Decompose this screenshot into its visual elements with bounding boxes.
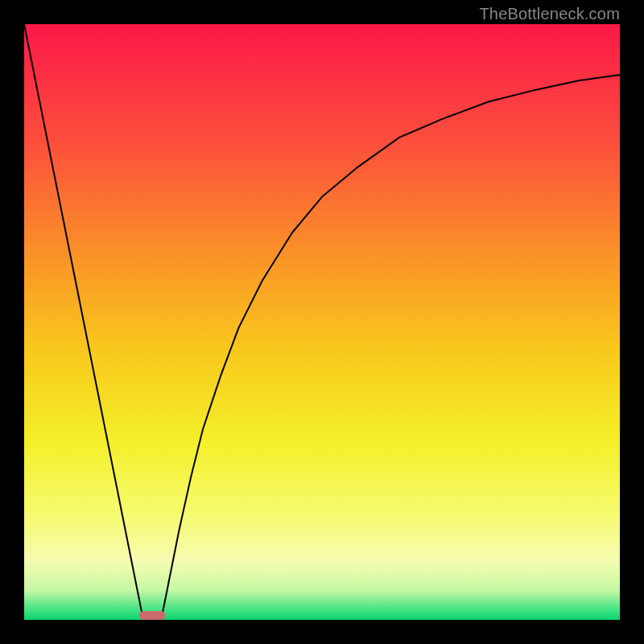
chart-frame [24,24,620,620]
valley-marker [139,611,166,620]
chart-background [24,24,620,620]
bottleneck-chart [24,24,620,620]
watermark-label: TheBottleneck.com [479,5,620,23]
annotation-group [139,611,166,620]
